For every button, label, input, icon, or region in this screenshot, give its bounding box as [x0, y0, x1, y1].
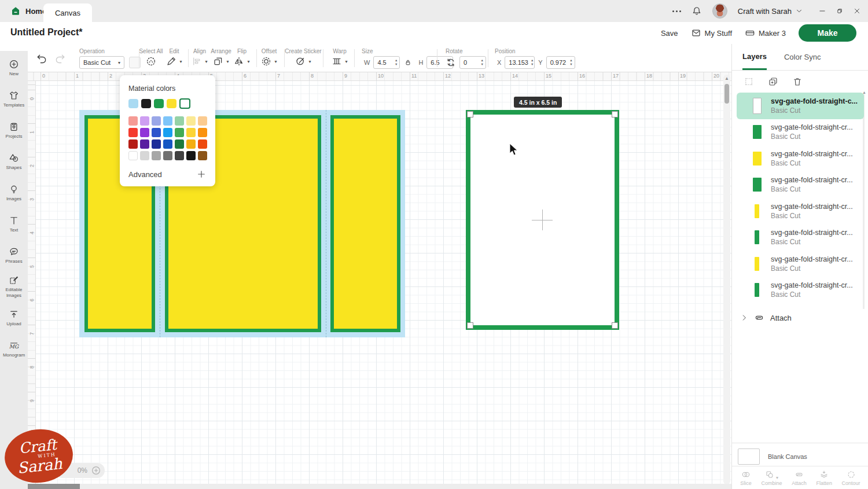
sidebar-item-templates[interactable]: Templates — [0, 82, 28, 113]
palette-swatch-2-4[interactable] — [175, 139, 184, 149]
palette-swatch-1-2[interactable] — [152, 128, 161, 137]
layer-row-7[interactable]: svg-gate-fold-straight-cr...Basic Cut — [737, 277, 864, 304]
palette-swatch-2-6[interactable] — [198, 139, 207, 149]
minimize-icon[interactable] — [818, 7, 826, 15]
offset-icon[interactable] — [261, 56, 271, 67]
material-swatch-4[interactable] — [179, 98, 190, 109]
undo-button[interactable] — [36, 53, 47, 64]
palette-swatch-2-0[interactable] — [128, 139, 138, 149]
palette-swatch-2-2[interactable] — [152, 139, 161, 149]
attach-group-row[interactable]: Attach — [740, 312, 868, 323]
horizontal-scroll-thumb[interactable] — [28, 484, 80, 489]
palette-swatch-1-6[interactable] — [198, 128, 207, 137]
selection-handle-bottom-left[interactable] — [467, 322, 473, 329]
lock-aspect-icon[interactable] — [404, 58, 412, 67]
trash-icon[interactable] — [792, 76, 803, 87]
sidebar-item-upload[interactable]: Upload — [0, 301, 28, 332]
palette-swatch-3-1[interactable] — [140, 151, 149, 160]
layer-row-0[interactable]: svg-gate-fold-straight-c...Basic Cut — [737, 93, 864, 119]
scroll-up-arrow-icon[interactable]: ▲ — [723, 76, 730, 81]
operation-select[interactable]: Basic Cut ▾ — [79, 56, 124, 69]
zoom-in-icon[interactable] — [91, 465, 101, 476]
palette-swatch-3-2[interactable] — [152, 151, 161, 160]
palette-swatch-0-0[interactable] — [128, 116, 138, 126]
canvas-tab[interactable]: Canvas — [43, 3, 92, 22]
layer-row-5[interactable]: svg-gate-fold-straight-cr...Basic Cut — [737, 225, 864, 251]
redo-button[interactable] — [54, 53, 66, 64]
palette-swatch-2-3[interactable] — [163, 139, 172, 149]
palette-swatch-2-1[interactable] — [140, 139, 149, 149]
account-menu[interactable]: Craft with Sarah — [738, 7, 803, 16]
position-y-stepper[interactable]: ▲▼ — [569, 58, 572, 66]
palette-swatch-0-4[interactable] — [175, 116, 184, 126]
my-stuff-button[interactable]: My Stuff — [691, 28, 732, 38]
rotate-icon[interactable] — [446, 57, 456, 68]
warp-icon[interactable] — [332, 56, 342, 67]
sidebar-item-images[interactable]: Images — [0, 176, 28, 207]
palette-swatch-1-3[interactable] — [163, 128, 172, 137]
palette-swatch-1-4[interactable] — [175, 128, 184, 137]
rotate-stepper[interactable]: ▲▼ — [481, 58, 484, 66]
duplicate-icon[interactable] — [768, 76, 778, 87]
avatar[interactable] — [712, 3, 727, 19]
layer-row-6[interactable]: svg-gate-fold-straight-cr...Basic Cut — [737, 251, 864, 277]
material-swatch-0[interactable] — [128, 99, 138, 108]
palette-swatch-0-2[interactable] — [152, 116, 161, 126]
layer-row-2[interactable]: svg-gate-fold-straight-cr...Basic Cut — [737, 145, 864, 172]
material-swatch-1[interactable] — [141, 99, 151, 108]
blank-canvas-row[interactable]: Blank Canvas — [738, 448, 807, 465]
palette-swatch-1-5[interactable] — [186, 128, 196, 137]
create-sticker-icon[interactable] — [295, 56, 306, 67]
palette-swatch-0-6[interactable] — [198, 116, 207, 126]
palette-swatch-3-3[interactable] — [163, 151, 172, 160]
palette-swatch-3-0[interactable] — [128, 151, 138, 160]
palette-swatch-2-5[interactable] — [186, 139, 196, 149]
close-icon[interactable] — [853, 7, 861, 15]
more-options-icon[interactable] — [672, 10, 681, 12]
tab-layers[interactable]: Layers — [742, 44, 767, 70]
position-x-stepper[interactable]: ▲▼ — [531, 58, 534, 66]
layer-row-4[interactable]: svg-gate-fold-straight-cr...Basic Cut — [737, 198, 864, 225]
home-tab[interactable]: Home — [10, 0, 46, 22]
sidebar-item-text[interactable]: Text — [0, 207, 28, 238]
advanced-colors-link[interactable]: Advanced — [128, 170, 162, 179]
sidebar-item-shapes[interactable]: Shapes — [0, 145, 28, 176]
position-y-input[interactable]: 0.972 ▲▼ — [546, 56, 575, 69]
notifications-bell-icon[interactable] — [692, 6, 702, 16]
sidebar-item-editable-images[interactable]: Editable Images — [0, 270, 28, 301]
layer-row-3[interactable]: svg-gate-fold-straight-cr...Basic Cut — [737, 172, 864, 198]
palette-swatch-3-5[interactable] — [186, 151, 196, 160]
palette-swatch-3-6[interactable] — [198, 151, 207, 160]
palette-swatch-0-3[interactable] — [163, 116, 172, 126]
sidebar-item-new[interactable]: New — [0, 51, 28, 82]
layer-row-1[interactable]: svg-gate-fold-straight-cr...Basic Cut — [737, 119, 864, 146]
restore-icon[interactable] — [836, 7, 844, 15]
make-button[interactable]: Make — [799, 24, 856, 42]
width-stepper[interactable]: ▲▼ — [395, 58, 398, 66]
machine-select-button[interactable]: Maker 3 — [745, 28, 786, 38]
select-all-icon[interactable] — [146, 56, 156, 67]
palette-swatch-3-4[interactable] — [175, 151, 184, 160]
canvas-vertical-scrollbar[interactable]: ▲ — [723, 75, 730, 484]
palette-swatch-0-5[interactable] — [186, 116, 196, 126]
sidebar-item-projects[interactable]: Projects — [0, 113, 28, 145]
design-canvas[interactable]: 01234567891011121314151617181920 0123456… — [28, 72, 731, 489]
canvas-horizontal-scrollbar[interactable] — [28, 484, 731, 489]
selection-handle-top-left[interactable] — [467, 111, 473, 117]
sidebar-item-monogram[interactable]: MGMonogram — [0, 332, 28, 363]
material-swatch-3[interactable] — [167, 99, 176, 108]
edit-pencil-icon[interactable] — [166, 56, 176, 67]
selection-handle-top-right[interactable] — [612, 111, 618, 117]
material-swatch-2[interactable] — [154, 99, 164, 108]
width-input[interactable]: 4.5 ▲▼ — [373, 56, 400, 69]
card-panel-yellow-right[interactable] — [334, 119, 397, 329]
save-button[interactable]: Save — [661, 29, 678, 38]
sidebar-item-phrases[interactable]: Phrases — [0, 238, 28, 270]
rotate-input[interactable]: 0 ▲▼ — [459, 56, 486, 69]
palette-swatch-1-1[interactable] — [140, 128, 149, 137]
position-x-input[interactable]: 13.153 ▲▼ — [505, 56, 535, 69]
arrange-icon[interactable] — [213, 56, 223, 67]
palette-swatch-1-0[interactable] — [128, 128, 138, 137]
add-color-plus-icon[interactable] — [196, 169, 207, 179]
tab-color-sync[interactable]: Color Sync — [784, 44, 821, 70]
